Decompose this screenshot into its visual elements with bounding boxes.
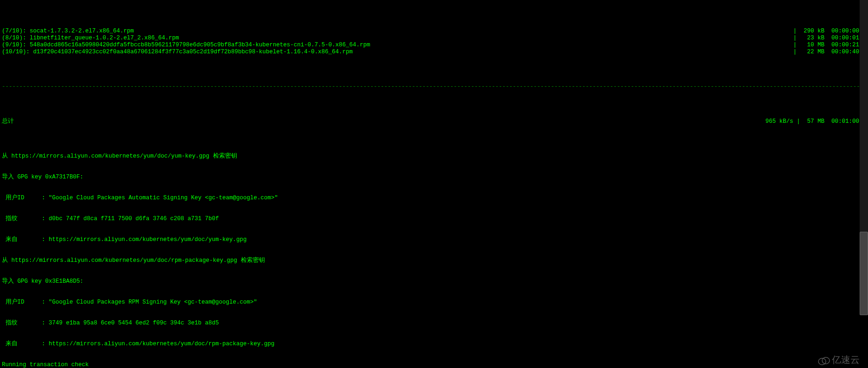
download-row: (7/10): socat-1.7.3.2-2.el7.x86_64.rpm| … — [2, 28, 866, 35]
gpg-line: 用户ID : "Google Cloud Packages Automatic … — [2, 195, 866, 202]
gpg-line: 从 https://mirrors.aliyun.com/kubernetes/… — [2, 257, 866, 264]
total-values: 965 kB/s | 57 MB 00:01:00 — [765, 118, 866, 125]
download-stats: | 290 kB 00:00:00 — [793, 28, 866, 35]
download-name: (7/10): socat-1.7.3.2-2.el7.x86_64.rpm — [2, 28, 134, 35]
download-stats: | 22 MB 00:00:40 — [793, 49, 866, 56]
gpg-line: 导入 GPG key 0x3E1BA8D5: — [2, 278, 866, 285]
scrollbar-thumb[interactable] — [860, 232, 868, 315]
download-row: (9/10): 548a0dcd865c16a50980420ddfa5fbcc… — [2, 42, 866, 49]
download-row: (8/10): libnetfilter_queue-1.0.2-2.el7_2… — [2, 35, 866, 42]
gpg-line: 用户ID : "Google Cloud Packages RPM Signin… — [2, 299, 866, 306]
total-label: 总计 — [2, 118, 14, 125]
gpg-line: 导入 GPG key 0xA7317B0F: — [2, 174, 866, 181]
gpg-line: 来自 : https://mirrors.aliyun.com/kubernet… — [2, 341, 866, 348]
download-name: (8/10): libnetfilter_queue-1.0.2-2.el7_2… — [2, 35, 179, 42]
gpg-line: 指纹 : d0bc 747f d8ca f711 7500 d6fa 3746 … — [2, 216, 866, 222]
gpg-line: 指纹 : 3749 e1ba 95a8 6ce0 5454 6ed2 f09c … — [2, 320, 866, 327]
scrollbar[interactable] — [860, 0, 868, 315]
gpg-line: 从 https://mirrors.aliyun.com/kubernetes/… — [2, 153, 866, 160]
transaction-line: Running transaction check — [2, 362, 866, 368]
terminal-output[interactable]: (7/10): socat-1.7.3.2-2.el7.x86_64.rpm| … — [0, 0, 868, 368]
download-stats: | 23 kB 00:00:01 — [793, 35, 866, 42]
gpg-line: 来自 : https://mirrors.aliyun.com/kubernet… — [2, 236, 866, 243]
download-name: (10/10): d13f20c41037ec4923cc02f0aa48a67… — [2, 49, 353, 56]
download-row: (10/10): d13f20c41037ec4923cc02f0aa48a67… — [2, 49, 866, 56]
download-stats: | 10 MB 00:00:21 — [793, 42, 866, 49]
separator: ----------------------------------------… — [2, 83, 866, 90]
download-name: (9/10): 548a0dcd865c16a50980420ddfa5fbcc… — [2, 42, 370, 49]
total-line: 总计 965 kB/s | 57 MB 00:01:00 — [2, 118, 866, 125]
watermark: 亿速云 — [818, 354, 860, 365]
